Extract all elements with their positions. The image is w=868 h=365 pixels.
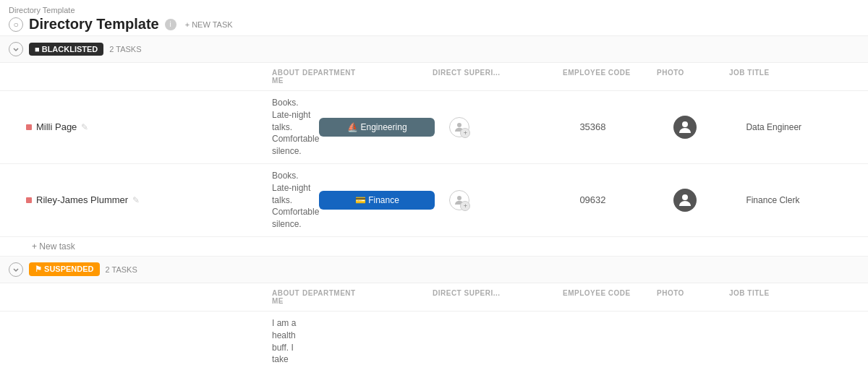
col-header-1: DEPARTMENT (302, 66, 433, 87)
table-row: Milli Page✎Books. Late-night talks. Comf… (0, 91, 868, 164)
employee-name: Milli Page (36, 121, 77, 132)
page-title: Directory Template (29, 16, 159, 33)
col-header-2: DIRECT SUPERI... (433, 66, 563, 87)
job-title: Data Engineer (746, 122, 868, 132)
status-badge-suspended: ⚑ SUSPENDED (29, 262, 100, 276)
svg-point-0 (457, 123, 461, 127)
page-header: Directory Template ○ Directory Template … (0, 0, 868, 36)
supervisor-add-btn[interactable]: + (460, 201, 470, 211)
col-header-0: ABOUT ME (272, 66, 302, 87)
status-badge-blacklisted: ■ BLACKLISTED (29, 43, 103, 56)
table-header-suspended: ABOUT MEDEPARTMENTDIRECT SUPERI...EMPLOY… (0, 283, 868, 312)
col-header-5: JOB TITLE (729, 66, 859, 87)
tasks-count-blacklisted: 2 TASKS (109, 45, 141, 53)
employee-code: 35368 (579, 121, 673, 132)
col-header-0: ABOUT ME (272, 286, 302, 308)
new-task-btn-blacklisted[interactable]: + New task (0, 237, 868, 257)
collapse-btn-suspended[interactable] (9, 262, 23, 277)
section-header-blacklisted: ■ BLACKLISTED2 TASKS (0, 36, 868, 63)
avatar (673, 116, 697, 139)
department-cell: ⛵ Engineering (319, 118, 449, 137)
department-cell: 💳 Finance (319, 191, 449, 210)
about-cell: Books. Late-night talks. Comfortable sil… (272, 164, 319, 236)
breadcrumb: Directory Template (9, 6, 859, 14)
employee-code: 09632 (579, 194, 673, 205)
col-header-4: PHOTO (657, 286, 729, 308)
info-icon[interactable]: i (165, 19, 176, 30)
col-header-3: EMPLOYEE CODE (563, 286, 657, 308)
supervisor-icon: + (449, 117, 469, 137)
page-collapse-btn[interactable]: ○ (9, 17, 23, 32)
about-cell: I am a health buff. I take regular morni… (272, 312, 310, 365)
row-indicator (26, 124, 32, 130)
svg-point-3 (682, 194, 688, 200)
edit-icon[interactable]: ✎ (132, 195, 140, 205)
about-cell: Books. Late-night talks. Comfortable sil… (272, 91, 319, 163)
avatar (673, 189, 697, 212)
col-header-2: DIRECT SUPERI... (433, 286, 563, 308)
collapse-btn-blacklisted[interactable] (9, 42, 23, 56)
new-task-header-btn[interactable]: + NEW TASK (185, 20, 233, 29)
table-header-blacklisted: ABOUT MEDEPARTMENTDIRECT SUPERI...EMPLOY… (0, 63, 868, 91)
col-header-name (26, 66, 272, 87)
col-header-3: EMPLOYEE CODE (563, 66, 657, 87)
department-badge[interactable]: 💳 Finance (319, 191, 435, 210)
employee-name: Riley-James Plummer (36, 194, 128, 205)
section-blacklisted: ■ BLACKLISTED2 TASKSABOUT MEDEPARTMENTDI… (0, 36, 868, 257)
supervisor-cell[interactable]: + (449, 117, 579, 137)
photo-cell (673, 189, 746, 212)
name-cell: Riley-James Plummer✎ (26, 194, 272, 205)
table-row: Tj Portillo✎I am a health buff. I take r… (0, 312, 868, 365)
col-header-name (26, 286, 272, 308)
section-suspended: ⚑ SUSPENDED2 TASKSABOUT MEDEPARTMENTDIRE… (0, 257, 868, 365)
photo-cell (673, 116, 746, 139)
section-header-suspended: ⚑ SUSPENDED2 TASKS (0, 257, 868, 283)
tasks-count-suspended: 2 TASKS (106, 265, 137, 274)
department-badge[interactable]: ⛵ Engineering (319, 118, 435, 137)
job-title: Finance Clerk (746, 195, 868, 205)
name-cell: Milli Page✎ (26, 121, 272, 132)
col-header-1: DEPARTMENT (302, 286, 433, 308)
svg-point-1 (682, 121, 688, 127)
col-header-5: JOB TITLE (729, 286, 859, 308)
row-indicator (26, 197, 32, 203)
supervisor-icon: + (449, 190, 469, 210)
col-header-4: PHOTO (657, 66, 729, 87)
edit-icon[interactable]: ✎ (81, 122, 88, 132)
supervisor-cell[interactable]: + (449, 190, 579, 210)
svg-point-2 (457, 196, 461, 200)
table-row: Riley-James Plummer✎Books. Late-night ta… (0, 164, 868, 237)
supervisor-add-btn[interactable]: + (460, 128, 470, 138)
